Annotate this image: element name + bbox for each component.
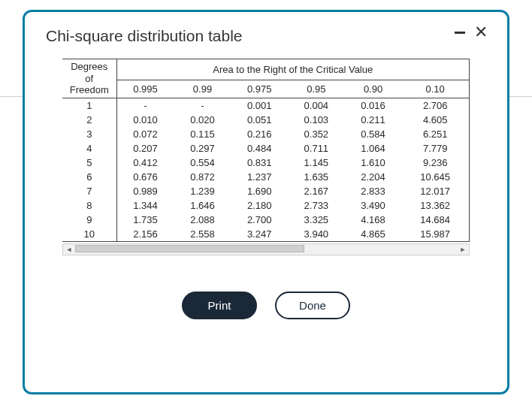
value-cell: 0.412 bbox=[116, 156, 174, 170]
value-cell: - bbox=[116, 98, 174, 113]
value-cell: 1.735 bbox=[116, 213, 174, 227]
value-cell: 4.865 bbox=[345, 227, 402, 242]
table-row: 20.0100.0200.0510.1030.2114.605 bbox=[62, 113, 470, 127]
value-cell: 2.833 bbox=[345, 184, 402, 198]
print-button[interactable]: Print bbox=[182, 292, 257, 319]
df-cell: 9 bbox=[62, 213, 116, 227]
value-cell: 1.690 bbox=[231, 184, 288, 198]
df-cell: 4 bbox=[62, 141, 116, 156]
value-cell: 2.156 bbox=[116, 227, 174, 242]
value-cell: 0.989 bbox=[116, 184, 174, 198]
col-header: 0.95 bbox=[288, 80, 345, 98]
value-cell: 1.646 bbox=[174, 198, 231, 213]
df-cell: 7 bbox=[62, 184, 116, 198]
table-row: 70.9891.2391.6902.1672.83312.017 bbox=[62, 184, 470, 198]
value-cell: 0.872 bbox=[174, 170, 231, 184]
chi-square-table: Degrees of Freedom Area to the Right of … bbox=[62, 59, 470, 242]
value-cell: 2.706 bbox=[401, 98, 469, 113]
value-cell: - bbox=[174, 98, 231, 113]
df-cell: 8 bbox=[62, 198, 116, 213]
value-cell: 2.167 bbox=[288, 184, 345, 198]
value-cell: 0.484 bbox=[231, 141, 288, 156]
scroll-thumb[interactable] bbox=[75, 245, 304, 252]
area-header: Area to the Right of the Critical Value bbox=[116, 59, 470, 80]
value-cell: 12.017 bbox=[401, 184, 469, 198]
value-cell: 4.605 bbox=[401, 113, 469, 127]
value-cell: 14.684 bbox=[401, 213, 469, 227]
value-cell: 15.987 bbox=[401, 227, 469, 242]
horizontal-scrollbar[interactable]: ◄ ► bbox=[62, 243, 470, 255]
df-cell: 5 bbox=[62, 156, 116, 170]
value-cell: 0.001 bbox=[231, 98, 288, 113]
value-cell: 3.247 bbox=[231, 227, 288, 242]
scroll-right-icon[interactable]: ► bbox=[457, 244, 469, 255]
value-cell: 1.610 bbox=[345, 156, 402, 170]
value-cell: 0.216 bbox=[231, 127, 288, 141]
value-cell: 2.700 bbox=[231, 213, 288, 227]
df-cell: 2 bbox=[62, 113, 116, 127]
col-header: 0.10 bbox=[401, 80, 469, 98]
value-cell: 0.115 bbox=[174, 127, 231, 141]
value-cell: 0.103 bbox=[288, 113, 345, 127]
table-wrap: Degrees of Freedom Area to the Right of … bbox=[62, 59, 470, 255]
value-cell: 2.204 bbox=[345, 170, 402, 184]
value-cell: 0.831 bbox=[231, 156, 288, 170]
value-cell: 1.239 bbox=[174, 184, 231, 198]
table-row: 40.2070.2970.4840.7111.0647.779 bbox=[62, 141, 470, 156]
value-cell: 0.297 bbox=[174, 141, 231, 156]
value-cell: 2.088 bbox=[174, 213, 231, 227]
button-row: Print Done bbox=[46, 292, 486, 319]
df-cell: 10 bbox=[62, 227, 116, 242]
page-title: Chi-square distribution table bbox=[46, 27, 486, 45]
value-cell: 1.064 bbox=[345, 141, 402, 156]
value-cell: 2.733 bbox=[288, 198, 345, 213]
scroll-track[interactable] bbox=[75, 244, 457, 255]
value-cell: 0.711 bbox=[288, 141, 345, 156]
value-cell: 2.558 bbox=[174, 227, 231, 242]
col-header: 0.99 bbox=[174, 80, 231, 98]
value-cell: 0.010 bbox=[116, 113, 174, 127]
table-row: 50.4120.5540.8311.1451.6109.236 bbox=[62, 156, 470, 170]
value-cell: 1.145 bbox=[288, 156, 345, 170]
value-cell: 0.004 bbox=[288, 98, 345, 113]
value-cell: 1.344 bbox=[116, 198, 174, 213]
value-cell: 9.236 bbox=[401, 156, 469, 170]
value-cell: 6.251 bbox=[401, 127, 469, 141]
done-button[interactable]: Done bbox=[275, 292, 350, 319]
table-row: 1--0.0010.0040.0162.706 bbox=[62, 98, 470, 113]
df-cell: 3 bbox=[62, 127, 116, 141]
value-cell: 1.237 bbox=[231, 170, 288, 184]
df-cell: 6 bbox=[62, 170, 116, 184]
df-header-line1: Degrees of bbox=[71, 61, 107, 84]
window-controls: ✕ bbox=[455, 24, 488, 41]
value-cell: 0.676 bbox=[116, 170, 174, 184]
table-row: 60.6760.8721.2371.6352.20410.645 bbox=[62, 170, 470, 184]
col-header: 0.975 bbox=[231, 80, 288, 98]
value-cell: 0.051 bbox=[231, 113, 288, 127]
table-row: 30.0720.1150.2160.3520.5846.251 bbox=[62, 127, 470, 141]
table-row: 91.7352.0882.7003.3254.16814.684 bbox=[62, 213, 470, 227]
modal-dialog: Chi-square distribution table ✕ Degrees … bbox=[23, 10, 509, 394]
value-cell: 0.211 bbox=[345, 113, 402, 127]
df-header: Degrees of Freedom bbox=[62, 59, 116, 98]
table-container: Degrees of Freedom Area to the Right of … bbox=[62, 59, 470, 242]
value-cell: 10.645 bbox=[401, 170, 469, 184]
scroll-left-icon[interactable]: ◄ bbox=[63, 244, 75, 255]
value-cell: 0.352 bbox=[288, 127, 345, 141]
col-header: 0.90 bbox=[345, 80, 402, 98]
df-cell: 1 bbox=[62, 98, 116, 113]
value-cell: 0.072 bbox=[116, 127, 174, 141]
value-cell: 3.325 bbox=[288, 213, 345, 227]
table-row: 81.3441.6462.1802.7333.49013.362 bbox=[62, 198, 470, 213]
df-header-line2: Freedom bbox=[70, 84, 109, 95]
value-cell: 4.168 bbox=[345, 213, 402, 227]
value-cell: 0.207 bbox=[116, 141, 174, 156]
close-icon[interactable]: ✕ bbox=[474, 24, 488, 41]
value-cell: 0.020 bbox=[174, 113, 231, 127]
value-cell: 0.016 bbox=[345, 98, 402, 113]
value-cell: 2.180 bbox=[231, 198, 288, 213]
minimize-icon[interactable] bbox=[455, 32, 465, 34]
col-header: 0.995 bbox=[116, 80, 174, 98]
value-cell: 3.940 bbox=[288, 227, 345, 242]
value-cell: 0.554 bbox=[174, 156, 231, 170]
